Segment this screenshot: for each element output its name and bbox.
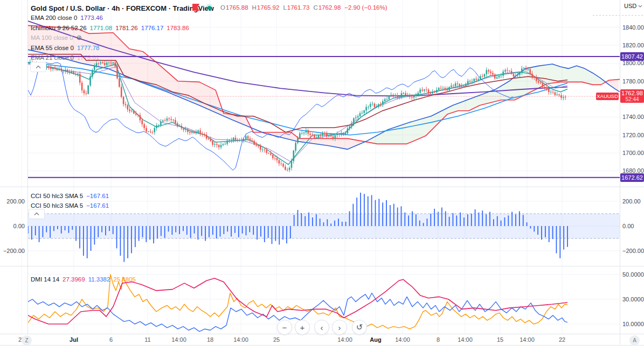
indicator-value: 1771.08 [90, 25, 113, 31]
main-indicator-row[interactable]: MA 100 close 0⊘ [31, 33, 82, 41]
visibility-off-icon[interactable]: ⊘ [77, 34, 82, 41]
last-price-badge: 1762.98 52:44 [620, 89, 644, 103]
indicator-value: 11.3382 [88, 276, 110, 283]
ohlc-values: O1765.88H1765.92L1761.73C1762.98−2.90 (−… [220, 4, 387, 11]
cci-axis-label-left: 200.00 [0, 198, 25, 205]
scroll-left-button[interactable]: ‹ [314, 320, 329, 335]
collapse-main-pane-button[interactable] [30, 62, 46, 72]
time-axis-label: Jul [70, 336, 78, 343]
indicator-value: 1775.01 [77, 54, 100, 61]
ohlc-item: O1765.88 [220, 4, 248, 11]
time-axis-label: 11 [144, 336, 150, 343]
currency-label: USD [624, 3, 636, 9]
symbol-price-tag: XAUUSD [596, 93, 619, 100]
cci-axis-label: 200.00 [622, 198, 641, 205]
price-axis-currency-menu[interactable]: USD [624, 3, 642, 9]
time-axis-label: 14:00 [337, 336, 352, 343]
zoom-out-button[interactable]: − [277, 320, 292, 335]
price-axis-label: 1820.00 [622, 41, 644, 49]
dmi-indicator-row[interactable]: DMI 14 1427.396911.338225.4805 [31, 275, 136, 283]
ohlc-item: H1765.92 [252, 4, 280, 11]
symbol-title[interactable]: Gold Spot / U.S. Dollar · 4h · FOREXCOM … [31, 3, 214, 13]
bar-countdown: 52:44 [620, 96, 644, 102]
chevron-up-icon [33, 212, 40, 216]
dmi-axis-label: 50.0000 [622, 271, 644, 278]
auto-scale-button[interactable]: A [629, 335, 640, 346]
bottom-divider [0, 345, 644, 346]
time-axis-label: 15 [497, 336, 503, 343]
chevron-up-icon [35, 65, 41, 69]
time-axis-label: 14:00 [395, 336, 410, 343]
indicator-value: 1773.46 [80, 15, 103, 21]
cci-axis-label: −200.00 [622, 247, 644, 255]
scroll-right-button[interactable]: › [332, 320, 347, 335]
indicator-value: −167.61 [86, 202, 109, 209]
indicator-value: 1783.86 [167, 25, 189, 31]
time-axis-label: 8 [437, 336, 440, 343]
indicator-label: CCI 50 hlc3 SMA 5 [31, 193, 83, 199]
indicator-value: 1781.26 [115, 25, 138, 31]
time-axis-label: 6 [109, 336, 113, 343]
indicator-label: EMA 55 close 0 [31, 45, 74, 51]
time-axis-label: 25 [273, 336, 280, 343]
collapse-cci-pane-button[interactable] [29, 209, 45, 219]
indicator-value: 27.3969 [63, 276, 85, 283]
cci-indicator-row[interactable]: CCI 50 hlc3 SMA 5−167.61 [31, 192, 109, 200]
time-axis-label: 14:00 [458, 336, 473, 343]
dmi-axis-label: 10.0000 [622, 320, 644, 328]
price-axis-label: 1780.00 [622, 78, 644, 85]
main-indicator-row[interactable]: EMA 21 close 01775.01 [31, 53, 99, 61]
price-level-badge: 1807.42 [620, 52, 644, 61]
timezone-button[interactable]: Z [22, 335, 32, 346]
main-indicator-row[interactable]: EMA 200 close 01773.46 [31, 13, 103, 22]
time-axis-label: 22 [559, 336, 565, 343]
cci-pane [28, 193, 620, 262]
candlestick-series [27, 59, 566, 172]
cci-axis-label-left: −200.00 [0, 247, 25, 255]
last-price-value: 1762.98 [620, 90, 644, 96]
indicator-label: CCI 50 hlc3 SMA 5 [31, 202, 83, 209]
cci-axis-label-left: 0.00 [0, 222, 25, 230]
time-axis-label: 14:00 [233, 336, 248, 343]
price-level-badge: 1672.62 [620, 173, 644, 182]
indicator-label: Ichimoku 9 26 52 26 [31, 25, 87, 31]
price-axis-label: 1840.00 [622, 24, 644, 31]
time-axis-label: Aug [370, 336, 381, 343]
indicator-label: MA 100 close 0 [31, 34, 73, 41]
indicator-label: EMA 200 close 0 [31, 15, 77, 21]
indicator-label: EMA 21 close 0 [31, 54, 74, 61]
ichimoku-cloud [28, 25, 619, 149]
indicator-value: −167.61 [86, 193, 109, 199]
price-axis-label: 1700.00 [622, 149, 644, 157]
time-axis-label: 14:00 [520, 336, 535, 343]
main-indicator-row[interactable]: EMA 55 close 01777.78 [31, 44, 99, 52]
indicator-value: 25.4805 [113, 276, 136, 283]
market-status-icon[interactable] [205, 4, 213, 11]
time-axis-label: 14:00 [171, 336, 186, 343]
ohlc-item: L1761.73 [283, 4, 309, 11]
price-axis-label: 1720.00 [622, 131, 644, 139]
ohlc-item: C1762.98 [313, 4, 341, 11]
change-value: −2.90 (−0.16%) [344, 4, 387, 11]
reset-chart-button[interactable]: ↺ [352, 320, 367, 335]
cci-indicator-row[interactable]: CCI 50 hlc3 SMA 5−167.61 [31, 201, 109, 209]
dmi-axis-label: 30.0000 [622, 295, 644, 303]
indicator-value: 1777.78 [77, 45, 100, 51]
tradingview-chart-window: Gold Spot / U.S. Dollar · 4h · FOREXCOM … [0, 0, 644, 352]
indicator-label: DMI 14 14 [31, 276, 59, 283]
cci-axis-label: 0.00 [622, 222, 634, 230]
time-axis-label: 18 [207, 336, 213, 343]
main-indicator-row[interactable]: Ichimoku 9 26 52 261771.081781.261776.17… [31, 24, 189, 32]
chevron-down-icon [638, 5, 642, 8]
zoom-in-button[interactable]: + [295, 320, 310, 335]
indicator-value: 1776.17 [141, 25, 164, 31]
price-axis-label: 1740.00 [622, 113, 644, 121]
